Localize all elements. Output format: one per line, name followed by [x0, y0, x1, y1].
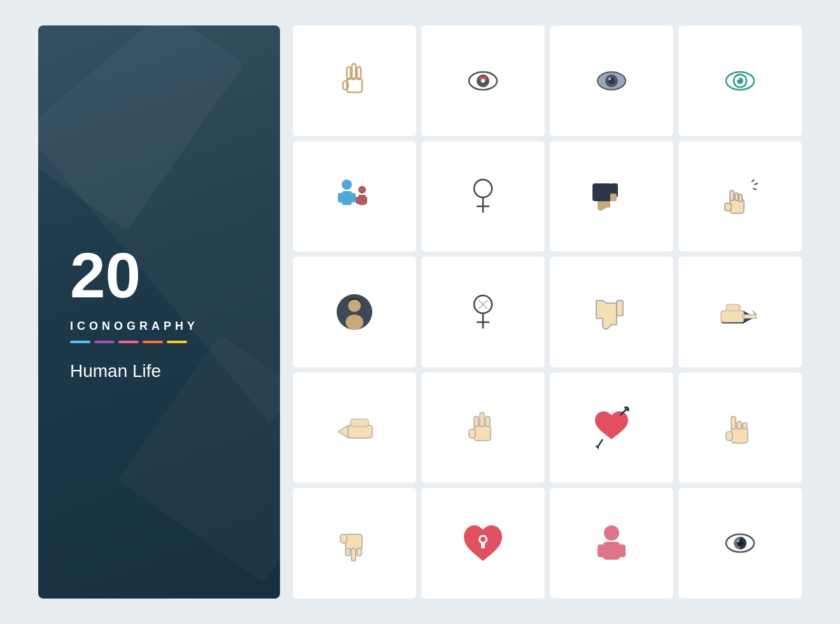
svg-rect-67 [340, 534, 347, 543]
svg-rect-76 [598, 544, 604, 557]
svg-rect-66 [346, 534, 362, 550]
svg-rect-61 [731, 428, 748, 443]
svg-rect-1 [343, 81, 348, 90]
person-avatar-icon [329, 287, 380, 337]
icon-cell-hand-point-left[interactable] [293, 372, 416, 483]
svg-point-24 [474, 180, 492, 197]
svg-point-39 [348, 299, 361, 312]
color-bars [70, 341, 187, 343]
icon-cell-person-avatar[interactable] [293, 257, 416, 367]
icon-cell-thumbs-down[interactable] [550, 257, 673, 367]
gender-female-outline-icon [458, 171, 508, 222]
svg-rect-63 [731, 416, 736, 429]
svg-point-73 [480, 537, 486, 542]
svg-rect-36 [735, 193, 738, 201]
heart-arrow-icon [586, 402, 637, 453]
svg-rect-56 [486, 416, 490, 427]
people-size-icon [329, 171, 380, 222]
icon-cell-person-pink[interactable] [550, 488, 673, 599]
svg-rect-27 [592, 183, 612, 201]
color-bar-purple [94, 341, 115, 343]
svg-rect-55 [480, 413, 484, 427]
iconography-label: ICONOGRAPHY [70, 320, 199, 333]
eye-half-icon [715, 518, 766, 569]
svg-rect-17 [342, 191, 352, 205]
svg-point-16 [342, 180, 352, 190]
svg-line-30 [752, 180, 754, 182]
svg-rect-65 [743, 423, 747, 429]
svg-rect-64 [737, 422, 741, 429]
icon-cell-hand-point-up[interactable] [678, 372, 802, 483]
icon-cell-hand-middle[interactable] [421, 372, 545, 483]
icon-cell-people[interactable] [293, 141, 416, 252]
icon-cell-hand-point-right[interactable] [678, 257, 802, 367]
svg-rect-70 [357, 548, 361, 556]
hand-point-right-icon [715, 287, 766, 337]
svg-point-15 [737, 78, 739, 80]
hand-point-left-icon [329, 402, 380, 453]
color-bar-yellow [167, 341, 187, 343]
color-bar-pink [118, 341, 139, 343]
eye-dark-icon [586, 55, 637, 106]
svg-rect-50 [348, 425, 372, 438]
icon-cell-gender-female-outline[interactable] [421, 141, 545, 252]
svg-rect-72 [481, 542, 485, 548]
icon-grid [293, 25, 802, 599]
thumbs-down-icon [586, 287, 637, 337]
pointer-click-icon [715, 171, 766, 222]
svg-rect-23 [363, 197, 367, 204]
color-bar-blue [70, 341, 90, 343]
svg-rect-75 [603, 542, 620, 560]
eye-teal-icon [715, 55, 766, 106]
svg-line-31 [754, 183, 758, 185]
svg-rect-34 [725, 203, 731, 211]
svg-rect-29 [610, 194, 617, 201]
icon-cell-eye-teal[interactable] [678, 25, 802, 136]
hand-point-down-icon [329, 518, 380, 569]
icon-cell-heart-arrow[interactable] [550, 372, 673, 483]
icon-cell-gender-female[interactable] [421, 257, 545, 367]
icon-cell-eye-half[interactable] [678, 488, 802, 599]
svg-rect-51 [351, 419, 368, 427]
svg-rect-19 [351, 193, 356, 202]
eye-love-icon [458, 55, 508, 106]
svg-point-7 [481, 79, 485, 83]
heart-lock-icon [458, 518, 508, 569]
svg-line-32 [753, 188, 757, 190]
icon-cell-thumbs-down-dark[interactable] [550, 141, 673, 252]
thumbs-down-dark-icon [586, 171, 637, 222]
icon-cell-hand-point-down[interactable] [293, 488, 416, 599]
svg-rect-22 [356, 197, 360, 204]
color-bar-orange [143, 341, 163, 343]
main-container: 20 ICONOGRAPHY Human Life [38, 25, 802, 599]
svg-point-74 [604, 525, 619, 541]
svg-rect-0 [347, 78, 362, 92]
svg-rect-37 [739, 194, 742, 202]
person-pink-icon [586, 518, 637, 569]
svg-point-40 [346, 315, 363, 330]
svg-rect-69 [346, 548, 350, 556]
icon-count: 20 [70, 243, 141, 307]
gender-female-icon [458, 287, 508, 337]
svg-rect-68 [351, 548, 356, 561]
hand-stop-icon [329, 55, 380, 106]
hand-point-up-icon [715, 402, 766, 453]
svg-rect-53 [469, 429, 475, 438]
svg-rect-49 [721, 311, 744, 322]
svg-rect-35 [730, 190, 734, 201]
svg-rect-18 [338, 193, 342, 202]
icon-cell-heart-lock[interactable] [421, 488, 545, 599]
svg-rect-54 [474, 416, 479, 427]
svg-rect-62 [726, 432, 732, 441]
icon-cell-pointer-click[interactable] [678, 141, 802, 252]
svg-point-20 [358, 186, 366, 194]
category-title: Human Life [70, 361, 161, 381]
left-panel: 20 ICONOGRAPHY Human Life [38, 25, 280, 599]
svg-point-83 [737, 540, 739, 542]
hand-middle-finger-icon [458, 402, 508, 453]
decorative-stripe [38, 25, 280, 599]
icon-cell-hand-stop[interactable] [293, 25, 416, 136]
svg-rect-77 [619, 544, 626, 557]
icon-cell-eye-love[interactable] [421, 25, 545, 136]
icon-cell-eye-dark[interactable] [550, 25, 673, 136]
